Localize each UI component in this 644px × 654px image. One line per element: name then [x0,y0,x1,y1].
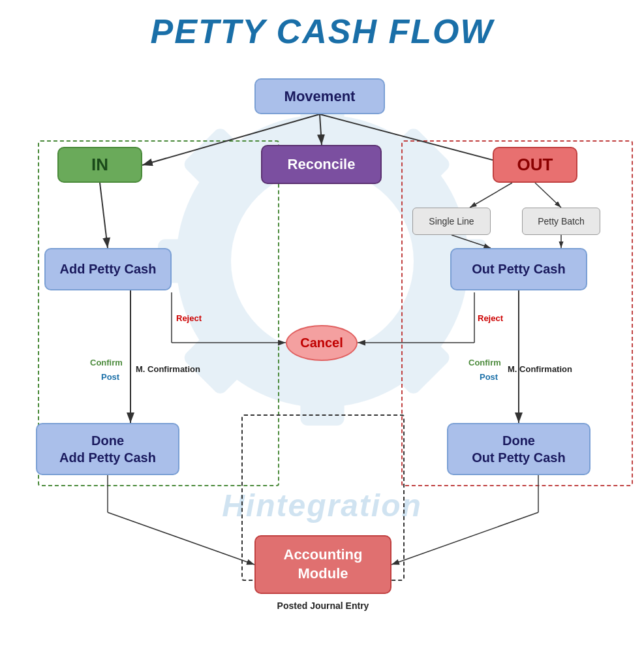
movement-node: Movement [254,78,385,114]
reconcile-node: Reconcile [261,145,382,184]
confirm-right-label: Confirm [468,358,501,367]
post-left-label: Post [101,372,119,382]
cancel-node: Cancel [286,325,358,361]
add-petty-cash-node: Add Petty Cash [44,248,172,290]
accounting-module-node: AccountingModule [254,535,391,594]
diagram-container: PETTY CASH FLOW Hintegration [0,0,644,654]
confirm-left-label: Confirm [90,358,123,367]
done-out-petty-cash-node: DoneOut Petty Cash [447,423,590,475]
m-confirmation-left-label: M. Confirmation [136,364,200,374]
page-title: PETTY CASH FLOW [0,0,644,51]
done-add-petty-cash-node: DoneAdd Petty Cash [36,423,179,475]
m-confirmation-right-label: M. Confirmation [508,364,572,374]
out-petty-cash-node: Out Petty Cash [450,248,587,290]
posted-journal-label: Posted Journal Entry [254,600,391,611]
single-line-node: Single Line [412,208,491,235]
petty-batch-node: Petty Batch [522,208,600,235]
post-right-label: Post [480,372,498,382]
reject-left-label: Reject [176,313,202,323]
out-node: OUT [493,147,577,183]
in-node: IN [57,147,142,183]
reject-right-label: Reject [478,313,503,323]
